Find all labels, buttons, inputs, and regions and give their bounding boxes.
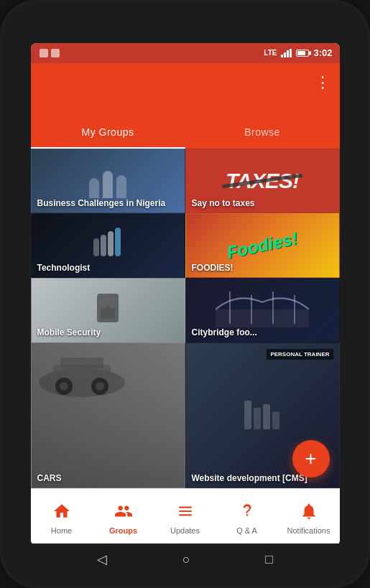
home-button[interactable]: ○	[182, 552, 190, 567]
grid-label-business: Business Challenges in Nigeria	[37, 198, 166, 208]
nav-item-groups[interactable]: Groups	[102, 502, 145, 535]
grid-label-citybridge: Citybridge foo...	[192, 327, 257, 337]
phone-frame: LTE 3:02 ⋮ My Groups Browse	[0, 0, 370, 588]
svg-rect-3	[115, 228, 121, 256]
system-nav-bar: ◁ ○ □	[31, 543, 340, 575]
svg-rect-20	[244, 401, 251, 429]
grid-item-mobile-security[interactable]: Mobile Security	[31, 278, 185, 342]
status-bar: LTE 3:02	[31, 43, 340, 63]
status-time: 3:02	[313, 47, 332, 58]
svg-point-19	[96, 382, 104, 391]
network-type: LTE	[264, 49, 277, 57]
grid-item-business[interactable]: Business Challenges in Nigeria	[31, 149, 185, 213]
grid-label-foodies: FOODIES!	[192, 263, 233, 273]
app-header: ⋮	[31, 63, 340, 117]
tab-browse[interactable]: Browse	[185, 117, 340, 149]
nav-label-qa: Q & A	[236, 526, 257, 535]
svg-rect-23	[272, 411, 279, 429]
fab-add-button[interactable]: +	[292, 440, 330, 477]
home-icon	[52, 502, 71, 521]
svg-rect-1	[101, 235, 106, 256]
groups-icon	[114, 502, 133, 521]
signal-icon	[281, 49, 292, 57]
fab-container: +	[292, 440, 330, 477]
nav-label-notifications: Notifications	[287, 526, 330, 535]
svg-rect-21	[254, 408, 261, 429]
nav-item-home[interactable]: Home	[40, 502, 83, 535]
tab-my-groups[interactable]: My Groups	[31, 117, 185, 149]
phone-screen: LTE 3:02 ⋮ My Groups Browse	[31, 43, 340, 546]
app-icon-1	[40, 49, 48, 57]
svg-rect-15	[60, 358, 103, 368]
nav-label-groups: Groups	[109, 526, 137, 535]
notifications-icon	[300, 502, 318, 521]
battery-icon	[296, 50, 309, 57]
back-button[interactable]: ◁	[97, 551, 107, 567]
grid-item-technologist[interactable]: Technologist	[31, 213, 185, 278]
grid-label-cars: CARS	[37, 473, 62, 483]
overflow-menu-button[interactable]: ⋮	[315, 73, 331, 92]
personal-trainer-badge: PERSONAL TRAINER	[267, 349, 333, 360]
svg-rect-22	[263, 404, 270, 429]
nav-label-home: Home	[51, 526, 72, 535]
status-left-icons	[38, 49, 60, 57]
recents-button[interactable]: □	[265, 552, 273, 567]
svg-rect-7	[106, 306, 110, 312]
qa-icon	[238, 502, 256, 521]
svg-rect-0	[93, 238, 99, 256]
svg-rect-2	[108, 231, 114, 256]
grid-item-citybridge[interactable]: Citybridge foo...	[185, 278, 340, 342]
app-icon-2	[51, 49, 60, 57]
groups-grid: Business Challenges in Nigeria TAXES! Sa…	[31, 149, 340, 488]
grid-item-cars[interactable]: CARS	[31, 342, 185, 488]
grid-label-website: Website development [CMS]	[192, 473, 307, 483]
updates-icon	[176, 502, 195, 521]
nav-item-qa[interactable]: Q & A	[226, 502, 269, 535]
svg-point-18	[60, 382, 68, 391]
tabs-bar: My Groups Browse	[31, 117, 340, 149]
nav-item-notifications[interactable]: Notifications	[287, 502, 330, 535]
grid-label-taxes: Say no to taxes	[192, 198, 255, 208]
bottom-nav: Home Groups Updates	[31, 488, 340, 546]
grid-item-foodies[interactable]: Foodies! FOODIES!	[185, 213, 340, 278]
grid-label-technologist: Technologist	[37, 263, 91, 273]
grid-label-mobile-security: Mobile Security	[37, 327, 101, 337]
grid-item-taxes[interactable]: TAXES! Say no to taxes	[185, 149, 340, 213]
nav-item-updates[interactable]: Updates	[164, 502, 207, 535]
nav-label-updates: Updates	[170, 526, 200, 535]
